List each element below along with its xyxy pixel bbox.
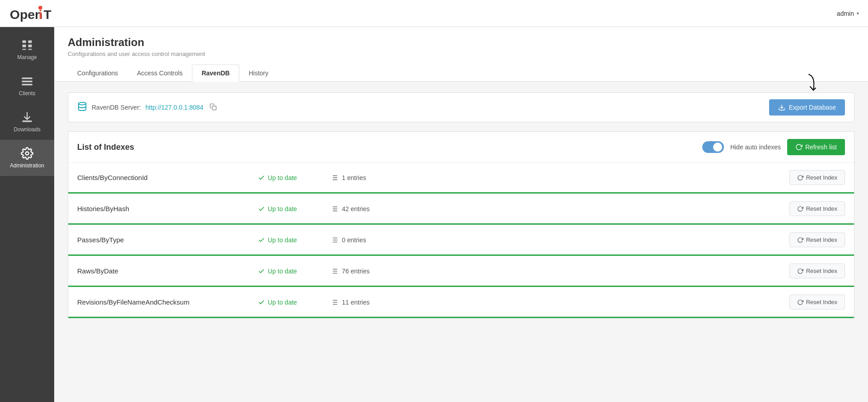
- index-status: Up to date: [258, 205, 330, 213]
- entries-icon: [330, 236, 338, 244]
- main-content: Administration Configurations and user a…: [54, 27, 868, 402]
- svg-rect-19: [212, 106, 216, 110]
- table-row: Histories/ByHash Up to date 42 entries: [68, 194, 854, 225]
- sidebar-item-clients-label: Clients: [19, 90, 36, 97]
- index-name: Raws/ByDate: [77, 267, 258, 275]
- download-icon: [778, 104, 785, 111]
- sidebar-item-administration[interactable]: Administration: [0, 140, 54, 176]
- index-name: Histories/ByHash: [77, 205, 258, 213]
- toggle-slider: [702, 141, 724, 153]
- page-title: Administration: [68, 36, 854, 49]
- index-name: Clients/ByConnectionId: [77, 174, 258, 181]
- export-database-button[interactable]: Export Database: [769, 99, 845, 116]
- server-info: RavenDB Server: http://127.0.0.1:8084: [77, 102, 217, 114]
- chevron-down-icon: ▾: [857, 11, 859, 16]
- copy-icon[interactable]: [210, 103, 217, 112]
- index-entries: 76 entries: [330, 267, 420, 275]
- check-icon: [258, 205, 265, 213]
- svg-rect-8: [23, 49, 26, 50]
- indexes-title: List of Indexes: [77, 143, 134, 152]
- table-row: Clients/ByConnectionId Up to date 1 entr…: [68, 163, 854, 194]
- check-icon: [258, 299, 265, 306]
- check-icon: [258, 174, 265, 181]
- index-actions: Reset Index: [420, 295, 845, 310]
- svg-rect-4: [23, 41, 26, 43]
- indexes-section: List of Indexes Hide auto indexes: [68, 131, 854, 319]
- reset-index-button[interactable]: Reset Index: [789, 295, 845, 310]
- sidebar-item-administration-label: Administration: [10, 162, 44, 169]
- check-icon: [258, 268, 265, 275]
- indexes-header: List of Indexes Hide auto indexes: [68, 132, 854, 163]
- index-entries: 42 entries: [330, 205, 420, 213]
- index-actions: Reset Index: [420, 232, 845, 247]
- export-button-container: Export Database: [769, 99, 845, 116]
- sidebar-item-manage-label: Manage: [17, 54, 37, 60]
- reset-index-button[interactable]: Reset Index: [789, 170, 845, 185]
- index-status: Up to date: [258, 236, 330, 244]
- svg-point-14: [23, 81, 24, 82]
- tabs-bar: Configurations Access Controls RavenDB H…: [68, 65, 854, 81]
- svg-point-3: [38, 5, 42, 9]
- table-row: Raws/ByDate Up to date 76 entries: [68, 256, 854, 287]
- server-bar: RavenDB Server: http://127.0.0.1:8084: [68, 92, 854, 122]
- downloads-icon: path{fill:none;stroke:currentColor;strok…: [21, 111, 33, 124]
- sidebar-item-manage[interactable]: Manage: [0, 32, 54, 68]
- entries-icon: [330, 205, 338, 213]
- svg-rect-9: [28, 49, 32, 50]
- hide-auto-label: Hide auto indexes: [730, 143, 781, 151]
- reset-icon: [797, 175, 803, 181]
- logo: Open i T: [9, 5, 57, 23]
- tab-history[interactable]: History: [239, 65, 278, 82]
- index-entries: 1 entries: [330, 174, 420, 182]
- reset-index-button[interactable]: Reset Index: [789, 201, 845, 216]
- database-icon: [77, 102, 87, 114]
- reset-icon: [797, 237, 803, 243]
- index-status: Up to date: [258, 268, 330, 275]
- svg-rect-16: [23, 120, 32, 122]
- reset-index-button[interactable]: Reset Index: [789, 232, 845, 247]
- user-menu[interactable]: admin ▾: [837, 10, 859, 17]
- hide-auto-toggle[interactable]: [702, 141, 724, 153]
- reset-icon: [797, 206, 803, 212]
- index-rows-container: Clients/ByConnectionId Up to date 1 entr…: [68, 163, 854, 318]
- svg-rect-6: [23, 45, 26, 47]
- administration-icon: [21, 147, 33, 160]
- topbar: Open i T admin ▾: [0, 0, 868, 27]
- table-row: Passes/ByType Up to date 0 entries: [68, 225, 854, 256]
- entries-icon: [330, 298, 338, 306]
- refresh-icon: [795, 143, 803, 151]
- index-actions: Reset Index: [420, 170, 845, 185]
- table-row: Revisions/ByFileNameAndChecksum Up to da…: [68, 287, 854, 318]
- svg-point-13: [23, 78, 24, 79]
- manage-icon: [21, 39, 33, 51]
- server-label: RavenDB Server:: [92, 104, 141, 111]
- svg-point-15: [23, 84, 24, 85]
- reset-icon: [797, 268, 803, 274]
- main-layout: Manage Clients path{fill:none;stroke:cur…: [0, 27, 868, 402]
- svg-text:Open: Open: [10, 7, 43, 21]
- tab-access-controls[interactable]: Access Controls: [127, 65, 192, 82]
- index-name: Revisions/ByFileNameAndChecksum: [77, 298, 258, 306]
- server-url[interactable]: http://127.0.0.1:8084: [145, 104, 203, 111]
- tab-ravendb[interactable]: RavenDB: [192, 65, 239, 82]
- export-button-label: Export Database: [789, 104, 836, 111]
- entries-icon: [330, 174, 338, 182]
- reset-icon: [797, 299, 803, 305]
- index-name: Passes/ByType: [77, 236, 258, 244]
- svg-point-18: [79, 102, 86, 105]
- reset-index-button[interactable]: Reset Index: [789, 263, 845, 278]
- index-actions: Reset Index: [420, 201, 845, 216]
- index-entries: 0 entries: [330, 236, 420, 244]
- tab-configurations[interactable]: Configurations: [68, 65, 127, 82]
- sidebar-item-downloads-label: Downloads: [14, 126, 40, 133]
- page-header: Administration Configurations and user a…: [54, 27, 868, 82]
- index-actions: Reset Index: [420, 263, 845, 278]
- index-status: Up to date: [258, 174, 330, 181]
- content-area: RavenDB Server: http://127.0.0.1:8084: [54, 82, 868, 330]
- refresh-list-button[interactable]: Refresh list: [787, 139, 845, 155]
- user-label: admin: [837, 10, 854, 17]
- sidebar-item-clients[interactable]: Clients: [0, 68, 54, 104]
- sidebar: Manage Clients path{fill:none;stroke:cur…: [0, 27, 54, 402]
- sidebar-item-downloads[interactable]: path{fill:none;stroke:currentColor;strok…: [0, 104, 54, 140]
- index-status: Up to date: [258, 299, 330, 306]
